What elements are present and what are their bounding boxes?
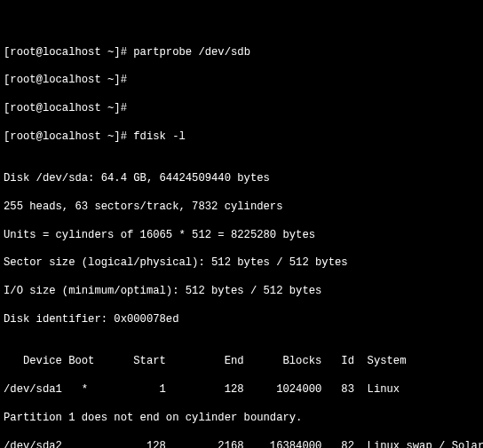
prompt: [root@localhost ~]#: [4, 102, 127, 114]
prompt: [root@localhost ~]#: [4, 74, 127, 86]
command-partprobe: partprobe /dev/sdb: [133, 46, 250, 59]
prompt: [root@localhost ~]#: [4, 46, 127, 59]
sda-warning: Partition 1 does not end on cylinder bou…: [4, 412, 479, 426]
sda-geometry: 255 heads, 63 sectors/track, 7832 cylind…: [4, 200, 479, 215]
sda-io: I/O size (minimum/optimal): 512 bytes / …: [4, 285, 479, 299]
prompt-line: [root@localhost ~]# partprobe /dev/sdb: [4, 46, 479, 60]
sda-sector: Sector size (logical/physical): 512 byte…: [4, 256, 479, 271]
sda-header: Disk /dev/sda: 64.4 GB, 64424509440 byte…: [4, 172, 479, 186]
command-fdisk: fdisk -l: [133, 130, 186, 143]
partition-columns: Device Boot Start End Blocks Id System: [4, 355, 479, 369]
sda-units: Units = cylinders of 16065 * 512 = 82252…: [4, 229, 479, 243]
sda-id: Disk identifier: 0x000078ed: [4, 313, 479, 327]
sda-partition-2: /dev/sda2 128 2168 16384000 82 Linux swa…: [4, 440, 479, 448]
sda-partition-1: /dev/sda1 * 1 128 1024000 83 Linux: [4, 383, 479, 397]
prompt-line: [root@localhost ~]#: [4, 74, 479, 88]
prompt-line: [root@localhost ~]# fdisk -l: [4, 130, 479, 145]
prompt: [root@localhost ~]#: [4, 130, 127, 143]
prompt-line: [root@localhost ~]#: [4, 102, 479, 116]
